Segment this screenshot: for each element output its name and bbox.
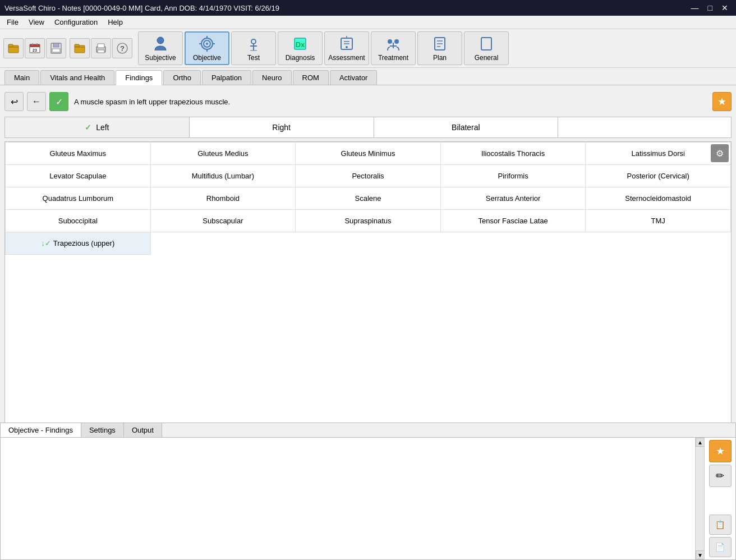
toolbar-file-group: 23 — [3, 38, 66, 58]
svg-rect-44 — [481, 38, 491, 50]
minimize-button[interactable]: — — [688, 3, 702, 12]
muscle-cell[interactable]: Sternocleidomastoid — [586, 187, 731, 210]
confirm-button[interactable]: ✓ — [49, 92, 68, 111]
open2-button[interactable] — [70, 38, 90, 58]
bottom-panel: Objective - Findings Settings Output ▲ ▼… — [0, 423, 736, 558]
svg-rect-9 — [52, 49, 60, 52]
bottom-paste-button[interactable]: 📄 — [709, 537, 732, 557]
nav-diagnosis[interactable]: Dx Diagnosis — [278, 31, 323, 65]
bottom-copy-button[interactable]: 📋 — [709, 515, 732, 535]
muscle-cell[interactable]: Pectoralis — [296, 165, 441, 187]
muscle-cell[interactable]: Suboccipital — [6, 210, 151, 232]
nav-assessment[interactable]: Assessment — [324, 31, 369, 65]
svg-text:Dx: Dx — [296, 40, 305, 49]
undo-button[interactable]: ↩ — [4, 92, 24, 111]
left-check-icon: ✓ — [85, 123, 91, 132]
muscle-cell[interactable]: Supraspinatus — [296, 210, 441, 232]
scroll-down-button[interactable]: ▼ — [696, 550, 705, 558]
save-button[interactable] — [46, 38, 66, 58]
muscle-cell[interactable]: Gluteus Maximus — [6, 143, 151, 165]
menu-help[interactable]: Help — [103, 17, 127, 27]
menu-configuration[interactable]: Configuration — [50, 17, 102, 27]
muscle-cell[interactable]: Posterior (Cervical) — [586, 165, 731, 187]
settings-gear-button[interactable]: ⚙ — [711, 144, 729, 162]
muscle-cell[interactable]: Multifidus (Lumbar) — [151, 165, 296, 187]
bottom-tab-findings[interactable]: Objective - Findings — [1, 423, 81, 437]
side-selector: ✓ Left Right Bilateral — [4, 117, 732, 138]
nav-objective[interactable]: Objective — [185, 31, 229, 65]
side-spacer — [558, 117, 731, 137]
muscle-cell[interactable]: Piriformis — [441, 165, 586, 187]
nav-treatment[interactable]: Treatment — [371, 31, 416, 65]
tab-findings[interactable]: Findings — [116, 70, 162, 85]
muscle-cell[interactable]: Quadatrus Lumborum — [6, 187, 151, 210]
muscle-cell[interactable]: Scalene — [296, 187, 441, 210]
nav-plan[interactable]: Plan — [417, 31, 462, 65]
tab-rom[interactable]: ROM — [293, 70, 329, 85]
nav-subjective[interactable]: Subjective — [138, 31, 183, 65]
favorite-button[interactable]: ★ — [712, 92, 732, 111]
tab-main[interactable]: Main — [4, 70, 39, 85]
maximize-button[interactable]: □ — [705, 3, 716, 12]
side-right[interactable]: Right — [190, 117, 374, 137]
print-button[interactable] — [91, 38, 111, 58]
calendar-button[interactable]: 23 — [25, 38, 45, 58]
nav-treatment-label: Treatment — [378, 54, 408, 62]
nav-plan-label: Plan — [433, 54, 447, 62]
muscle-selected-icon: ↓✓ — [41, 239, 51, 247]
window-controls: — □ ✕ — [688, 3, 732, 12]
muscle-cell[interactable]: Tensor Fasciae Latae — [441, 210, 586, 232]
nav-subjective-label: Subjective — [145, 54, 176, 62]
svg-point-37 — [394, 39, 399, 44]
nav-buttons: Subjective Objective Test Dx Diagnosis A… — [138, 31, 509, 65]
menu-file[interactable]: File — [2, 17, 23, 27]
svg-rect-8 — [53, 43, 59, 47]
muscle-cell[interactable]: Gluteus Medius — [151, 143, 296, 165]
tab-strip: MainVitals and HealthFindingsOrthoPalpat… — [0, 68, 736, 85]
close-button[interactable]: ✕ — [718, 3, 732, 12]
bottom-sidebar: ★ ✏ 📋 📄 — [704, 438, 735, 558]
tab-activator[interactable]: Activator — [330, 70, 378, 85]
muscle-cell[interactable]: Gluteus Minimus — [296, 143, 441, 165]
back-button[interactable]: ← — [27, 92, 46, 111]
nav-test[interactable]: Test — [231, 31, 276, 65]
bottom-content: ▲ ▼ ★ ✏ 📋 📄 — [1, 438, 735, 558]
bottom-tab-strip: Objective - Findings Settings Output — [1, 423, 735, 438]
open-folder-button[interactable] — [3, 38, 24, 58]
side-left[interactable]: ✓ Left — [5, 117, 190, 137]
bottom-edit-button[interactable]: ✏ — [709, 465, 732, 487]
bottom-star-button[interactable]: ★ — [709, 440, 732, 462]
muscle-cell[interactable]: TMJ — [586, 210, 731, 232]
muscle-cell[interactable]: Rhomboid — [151, 187, 296, 210]
muscle-cell[interactable]: Serratus Anterior — [441, 187, 586, 210]
action-bar: ↩ ← ✓ A muscle spasm in left upper trape… — [4, 90, 732, 113]
muscle-cell[interactable]: Levator Scapulae — [6, 165, 151, 187]
side-bilateral-label: Bilateral — [452, 123, 480, 132]
svg-point-36 — [388, 39, 392, 44]
tab-palpation[interactable]: Palpation — [202, 70, 251, 85]
bottom-tab-output[interactable]: Output — [124, 423, 162, 437]
tab-ortho[interactable]: Ortho — [163, 70, 201, 85]
svg-rect-14 — [98, 50, 104, 53]
tab-neuro[interactable]: Neuro — [252, 70, 291, 85]
titlebar-title: VersaSoft Chiro - Notes [0000-0049-0 MM]… — [4, 4, 279, 12]
help-button[interactable]: ? — [112, 38, 132, 58]
muscle-cell[interactable]: Iliocostalis Thoracis — [441, 143, 586, 165]
nav-diagnosis-label: Diagnosis — [286, 54, 315, 62]
toolbar-nav-group2: ? — [70, 38, 132, 58]
muscle-cell[interactable]: Subscapular — [151, 210, 296, 232]
bottom-text-area — [1, 438, 695, 558]
menu-view[interactable]: View — [24, 17, 49, 27]
svg-point-20 — [206, 43, 208, 45]
svg-rect-3 — [30, 44, 40, 47]
tab-vitals-and-health[interactable]: Vitals and Health — [40, 70, 114, 85]
nav-general[interactable]: General — [464, 31, 509, 65]
scroll-up-button[interactable]: ▲ — [696, 438, 705, 447]
muscle-cell[interactable]: Latissimus Dorsi — [586, 143, 731, 165]
side-right-label: Right — [272, 123, 291, 132]
side-bilateral[interactable]: Bilateral — [374, 117, 559, 137]
bottom-tab-settings[interactable]: Settings — [81, 423, 124, 437]
toolbar: 23 ? Subjective Objective Test D — [0, 29, 736, 68]
svg-rect-1 — [8, 44, 13, 47]
muscle-cell[interactable]: ↓✓Trapezious (upper) — [6, 232, 151, 255]
